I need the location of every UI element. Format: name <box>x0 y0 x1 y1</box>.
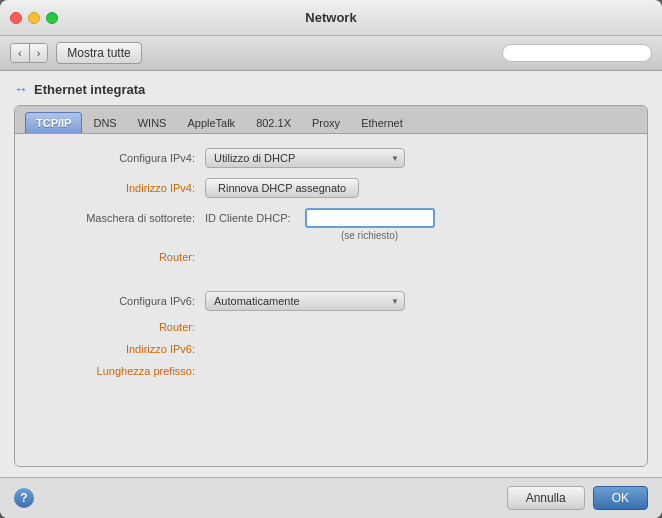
tab-8021x[interactable]: 802.1X <box>246 112 301 133</box>
tab-proxy[interactable]: Proxy <box>302 112 350 133</box>
configura-ipv4-wrapper: Utilizzo di DHCP Manualmente Solo BOOTP … <box>205 148 405 168</box>
window: Network ‹ › Mostra tutte ↔ Ethernet inte… <box>0 0 662 518</box>
se-richiesto-hint: (se richiesto) <box>305 230 435 241</box>
tab-ethernet[interactable]: Ethernet <box>351 112 413 133</box>
traffic-lights <box>10 12 58 24</box>
configura-ipv4-row: Configura IPv4: Utilizzo di DHCP Manualm… <box>35 148 627 168</box>
maschera-row: Maschera di sottorete: ID Cliente DHCP: … <box>35 208 627 241</box>
lunghezza-label: Lunghezza prefisso: <box>35 365 205 377</box>
indirizzo-ipv4-row: Indirizzo IPv4: Rinnova DHCP assegnato <box>35 178 627 198</box>
tab-tcpip[interactable]: TCP/IP <box>25 112 82 133</box>
footer: ? Annulla OK <box>0 477 662 518</box>
configura-ipv6-label: Configura IPv6: <box>35 295 205 307</box>
router-label2: Router: <box>35 321 205 333</box>
minimize-button[interactable] <box>28 12 40 24</box>
breadcrumb-label: Ethernet integrata <box>34 82 145 97</box>
lunghezza-row: Lunghezza prefisso: <box>35 365 627 377</box>
close-button[interactable] <box>10 12 22 24</box>
annulla-button[interactable]: Annulla <box>507 486 585 510</box>
configura-ipv6-wrapper: Automaticamente Manualmente Disattivato <box>205 291 405 311</box>
ok-button[interactable]: OK <box>593 486 648 510</box>
configura-ipv4-select[interactable]: Utilizzo di DHCP Manualmente Solo BOOTP … <box>205 148 405 168</box>
router-label1: Router: <box>35 251 205 263</box>
rinnova-dhcp-button[interactable]: Rinnova DHCP assegnato <box>205 178 359 198</box>
tabs-bar: TCP/IP DNS WINS AppleTalk 802.1X Proxy E… <box>15 106 647 134</box>
id-cliente-label: ID Cliente DHCP: <box>205 208 297 224</box>
maximize-button[interactable] <box>46 12 58 24</box>
configura-ipv6-row: Configura IPv6: Automaticamente Manualme… <box>35 291 627 311</box>
search-input[interactable] <box>502 44 652 62</box>
dhcp-area: ID Cliente DHCP: (se richiesto) <box>205 208 435 241</box>
dhcp-input-col: (se richiesto) <box>305 208 435 241</box>
ethernet-icon: ↔ <box>14 81 28 97</box>
nav-buttons: ‹ › <box>10 43 48 63</box>
help-button[interactable]: ? <box>14 488 34 508</box>
content: ↔ Ethernet integrata TCP/IP DNS WINS App… <box>0 71 662 477</box>
tab-appletalk[interactable]: AppleTalk <box>177 112 245 133</box>
panel-content: Configura IPv4: Utilizzo di DHCP Manualm… <box>15 134 647 466</box>
forward-button[interactable]: › <box>30 44 48 62</box>
tab-dns[interactable]: DNS <box>83 112 126 133</box>
configura-ipv4-label: Configura IPv4: <box>35 152 205 164</box>
id-cliente-input[interactable] <box>305 208 435 228</box>
window-title: Network <box>305 10 356 25</box>
toolbar: ‹ › Mostra tutte <box>0 36 662 71</box>
tab-wins[interactable]: WINS <box>128 112 177 133</box>
main-panel: TCP/IP DNS WINS AppleTalk 802.1X Proxy E… <box>14 105 648 467</box>
indirizzo-ipv4-control: Rinnova DHCP assegnato <box>205 178 359 198</box>
back-button[interactable]: ‹ <box>11 44 30 62</box>
configura-ipv6-select[interactable]: Automaticamente Manualmente Disattivato <box>205 291 405 311</box>
maschera-label: Maschera di sottorete: <box>35 208 205 224</box>
footer-buttons: Annulla OK <box>507 486 648 510</box>
configura-ipv4-control: Utilizzo di DHCP Manualmente Solo BOOTP … <box>205 148 405 168</box>
titlebar: Network <box>0 0 662 36</box>
indirizzo-ipv6-label: Indirizzo IPv6: <box>35 343 205 355</box>
indirizzo-ipv4-label: Indirizzo IPv4: <box>35 182 205 194</box>
router-row1: Router: <box>35 251 627 263</box>
breadcrumb: ↔ Ethernet integrata <box>14 81 648 97</box>
configura-ipv6-control: Automaticamente Manualmente Disattivato <box>205 291 405 311</box>
mostra-tutte-button[interactable]: Mostra tutte <box>56 42 141 64</box>
indirizzo-ipv6-row: Indirizzo IPv6: <box>35 343 627 355</box>
router-row2: Router: <box>35 321 627 333</box>
divider1 <box>35 273 627 281</box>
